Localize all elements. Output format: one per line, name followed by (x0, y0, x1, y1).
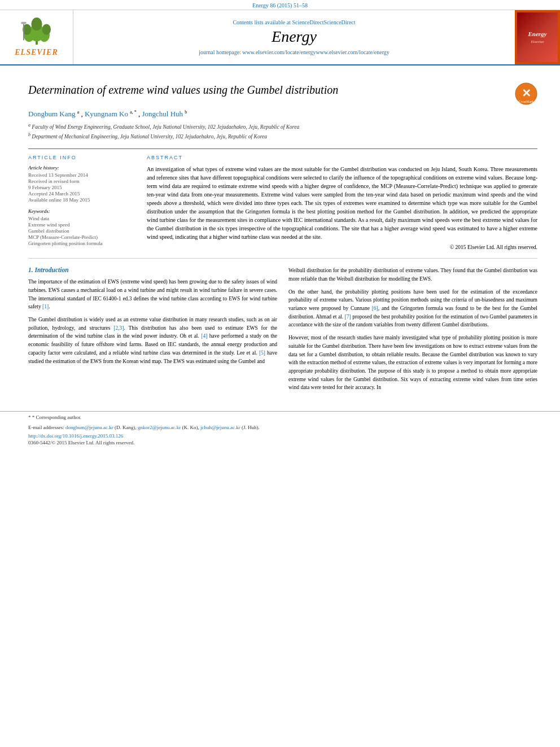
email-1-name: (D. Kang), (115, 425, 138, 430)
accepted-date: Accepted 24 March 2015 (28, 191, 135, 196)
ref-1[interactable]: [1] (42, 304, 49, 309)
intro-right-column: Weibull distribution for the probability… (288, 267, 537, 396)
article-info-column: ARTICLE INFO Article history: Received 1… (28, 155, 135, 250)
author-2-name[interactable]: Kyungnam Ko (85, 110, 128, 118)
svg-rect-7 (23, 23, 24, 41)
article-title-section: Determination of extreme wind values usi… (28, 82, 537, 105)
keyword-2: Extreme wind speed (28, 222, 135, 228)
online-date: Available online 18 May 2015 (28, 197, 135, 203)
elsevier-tree-icon (14, 18, 59, 46)
ref-7[interactable]: [7] (345, 314, 351, 320)
author-1-name[interactable]: Dongbum Kang (28, 110, 75, 118)
email-label: E-mail addresses: (28, 425, 64, 430)
contents-line: Contents lists available at ScienceDirec… (233, 19, 355, 25)
keyword-4: MCP (Measure-Correlate-Predict) (28, 234, 135, 240)
article-info-label: ARTICLE INFO (28, 155, 135, 160)
received-date: Received 13 September 2014 (28, 172, 135, 178)
citation: Energy 86 (2015) 51–58 (252, 2, 308, 8)
svg-point-5 (42, 24, 50, 35)
svg-point-6 (31, 18, 42, 30)
footer-emails: E-mail addresses: dongbum@jejunu.ac.kr (… (28, 424, 537, 432)
right-para-3: However, most of the research studies ha… (288, 334, 537, 392)
email-3[interactable]: jchuh@jejunu.ac.kr (200, 425, 240, 430)
affiliation-a: a Faculty of Wind Energy Engineering, Gr… (28, 122, 537, 131)
history-label: Article history: (28, 165, 135, 171)
abstract-label: ABSTRACT (147, 155, 537, 160)
top-bar: Energy 86 (2015) 51–58 (0, 0, 560, 10)
article-title: Determination of extreme wind values usi… (28, 82, 506, 97)
footer-note: * * Corresponding author. (28, 414, 537, 422)
ref-4[interactable]: [4] (201, 333, 207, 339)
journal-title: Energy (272, 28, 317, 46)
author-2-sup: a, * (130, 110, 137, 115)
article-info-abstract-section: ARTICLE INFO Article history: Received 1… (28, 148, 537, 250)
author-3-name[interactable]: Jongchul Huh (142, 110, 183, 118)
footer-issn: 0360-5442/© 2015 Elsevier Ltd. All right… (28, 440, 537, 445)
keywords-label: Keywords: (28, 208, 135, 214)
history-block: Article history: Received 13 September 2… (28, 165, 135, 203)
svg-rect-8 (21, 22, 27, 24)
cover-graphic: Energy Elsevier (517, 12, 558, 62)
affil-a-text: Faculty of Wind Energy Engineering, Grad… (32, 124, 299, 130)
section-divider (28, 258, 537, 259)
abstract-column: ABSTRACT An investigation of what types … (147, 155, 537, 250)
elsevier-wordmark: ELSEVIER (15, 48, 58, 57)
footer-area: * * Corresponding author. E-mail address… (0, 411, 560, 445)
crossmark-icon: ✕ CrossMark (515, 82, 537, 105)
authors-line: Dongbum Kang a , Kyungnam Ko a, * , Jong… (28, 110, 537, 119)
email-3-name: (J. Huh). (242, 425, 260, 430)
doi-link[interactable]: http://dx.doi.org/10.1016/j.energy.2015.… (28, 433, 537, 439)
intro-para-2: The Gumbel distribution is widely used a… (28, 316, 277, 365)
article-body: Determination of extreme wind values usi… (0, 65, 560, 408)
intro-para-1: The importance of the estimation of EWS … (28, 278, 277, 311)
right-para-2: On the other hand, the probability plott… (288, 288, 537, 330)
revised-date: 9 February 2015 (28, 185, 135, 190)
revised-label: Received in revised form (28, 178, 135, 184)
journal-header: ELSEVIER Contents lists available at Sci… (0, 10, 560, 65)
affil-b-sup: b (28, 132, 30, 137)
sciencedirect-link[interactable]: ScienceDirect (292, 19, 323, 25)
homepage-url[interactable]: www.elsevier.com/locate/energy (242, 49, 316, 55)
affil-b-text: Department of Mechanical Engineering, Je… (32, 134, 267, 139)
keyword-1: Wind data (28, 216, 135, 221)
homepage-label: journal homepage: (199, 49, 241, 55)
energy-cover-image: Energy Elsevier (515, 10, 560, 64)
journal-center: Contents lists available at ScienceDirec… (73, 10, 515, 64)
intro-left-column: 1. Introduction The importance of the es… (28, 267, 277, 396)
right-para-1: Weibull distribution for the probability… (288, 267, 537, 283)
author-1: Dongbum Kang a (28, 110, 81, 118)
ref-2-3[interactable]: [2,3] (113, 325, 124, 331)
author-3: Jongchul Huh b (142, 110, 187, 118)
corresponding-star: * (28, 414, 32, 420)
svg-text:CrossMark: CrossMark (519, 100, 534, 103)
introduction-section: 1. Introduction The importance of the es… (28, 267, 537, 396)
email-2-name: (K. Ko), (182, 425, 201, 430)
copyright-line: © 2015 Elsevier Ltd. All rights reserved… (147, 244, 537, 250)
affiliations: a Faculty of Wind Energy Engineering, Gr… (28, 122, 537, 141)
homepage-line: journal homepage: www.elsevier.com/locat… (199, 49, 390, 55)
affiliation-b: b Department of Mechanical Engineering, … (28, 132, 537, 141)
author-2: Kyungnam Ko a, * (85, 110, 138, 118)
corr-note: * Corresponding author. (32, 414, 81, 420)
keywords-block: Keywords: Wind data Extreme wind speed G… (28, 208, 135, 246)
email-2[interactable]: gnkor2@jejunu.ac.kr (138, 425, 181, 430)
email-1[interactable]: dongbum@jejunu.ac.kr (65, 425, 113, 430)
abstract-text: An investigation of what types of extrem… (147, 165, 537, 241)
affil-a-sup: a (28, 123, 30, 128)
intro-heading: 1. Introduction (28, 267, 277, 273)
ref-5[interactable]: [5] (259, 350, 265, 356)
contents-label: Contents lists available at (233, 19, 290, 25)
keyword-3: Gumbel distribution (28, 228, 135, 234)
svg-text:✕: ✕ (522, 87, 531, 99)
keyword-5: Gringorten plotting position formula (28, 241, 135, 246)
ref-6[interactable]: [6] (372, 305, 378, 311)
elsevier-logo: ELSEVIER (0, 10, 73, 64)
author-1-sup: a (77, 110, 80, 115)
author-3-sup: b (185, 110, 187, 115)
